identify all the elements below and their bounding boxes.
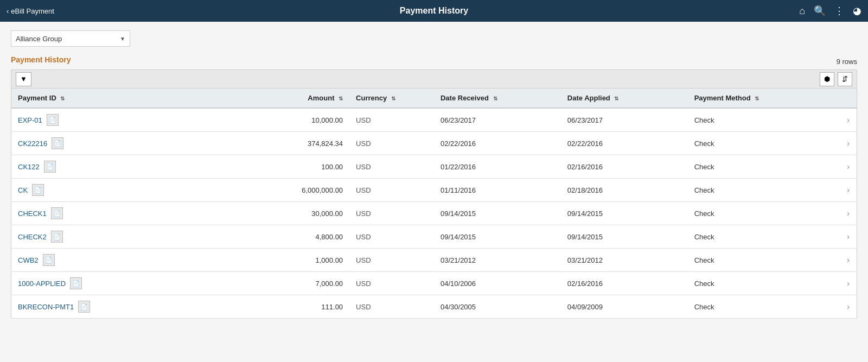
table-row: BKRECON-PMT1📄111.00USD04/30/200504/09/20… [11,295,857,319]
chevron-right-icon[interactable]: › [847,302,850,311]
table-row: CK📄6,000,000.00USD01/11/201602/18/2016Ch… [11,179,857,202]
chevron-right-icon[interactable]: › [847,162,850,171]
sort-button[interactable]: ⇵ [838,72,852,86]
amount-cell: 7,000.00 [265,272,349,295]
payment-id-link[interactable]: EXP-01 [18,116,42,124]
currency-cell: USD [349,132,434,155]
rows-count: 9 rows [837,58,857,66]
chevron-right-icon[interactable]: › [847,209,850,218]
date-applied-cell: 09/14/2015 [561,202,688,225]
date-received-cell: 09/14/2015 [434,202,561,225]
note-icon[interactable]: 📄 [52,137,63,149]
group-select-value: Alliance Group [16,35,62,43]
chevron-right-icon[interactable]: › [847,186,850,194]
payment-method-cell: Check [688,202,840,225]
amount-cell: 1,000.00 [265,249,349,272]
note-icon[interactable]: 📄 [47,114,59,126]
currency-cell: USD [349,295,434,319]
note-icon[interactable]: 📄 [78,301,90,313]
payment-id-link[interactable]: CK [18,186,28,194]
chevron-right-icon[interactable]: › [847,256,850,264]
currency-cell: USD [349,179,434,202]
note-icon[interactable]: 📄 [70,277,82,289]
amount-cell: 30,000.00 [265,202,349,225]
chevron-down-icon: ▼ [120,36,125,42]
date-applied-cell: 09/14/2015 [561,225,688,249]
group-select[interactable]: Alliance Group ▼ [11,30,130,47]
date-received-cell: 09/14/2015 [434,225,561,249]
row-action-cell: › [840,295,857,319]
col-header-payment-method: Payment Method ⇅ [688,88,840,109]
payment-id-link[interactable]: CWB2 [18,256,39,264]
sort-date-applied-icon[interactable]: ⇅ [614,96,618,101]
table-row: CWB2📄1,000.00USD03/21/201203/21/2012Chec… [11,249,857,272]
note-icon[interactable]: 📄 [43,254,55,266]
filter-button[interactable]: ▼ [16,72,31,86]
table-row: CK122📄100.00USD01/22/201602/16/2016Check… [11,155,857,179]
payment-method-cell: Check [688,155,840,179]
chevron-right-icon[interactable]: › [847,139,850,148]
payment-method-cell: Check [688,295,840,319]
col-header-amount: Amount ⇅ [265,88,349,109]
sort-amount-icon[interactable]: ⇅ [339,96,343,101]
sort-currency-icon[interactable]: ⇅ [391,96,395,101]
chevron-right-icon[interactable]: › [847,232,850,241]
sort-payment-id-icon[interactable]: ⇅ [60,96,65,101]
amount-cell: 4,800.00 [265,225,349,249]
date-applied-cell: 04/09/2009 [561,295,688,319]
currency-cell: USD [349,108,434,132]
more-icon[interactable]: ⋮ [834,5,844,17]
row-action-cell: › [840,132,857,155]
payment-id-cell: CHECK1📄 [11,202,265,225]
row-action-cell: › [840,179,857,202]
back-arrow-icon: ‹ [7,7,9,15]
payment-id-link[interactable]: CHECK2 [18,233,47,241]
payment-id-cell: CK122📄 [11,155,265,179]
payment-id-link[interactable]: BKRECON-PMT1 [18,303,74,311]
payment-id-cell: 1000-APPLIED📄 [11,272,265,295]
export-button[interactable]: ⬢ [820,72,834,86]
amount-cell: 10,000.00 [265,108,349,132]
row-action-cell: › [840,272,857,295]
app-header: ‹ eBill Payment Payment History ⌂ 🔍 ⋮ ◕ [0,0,868,22]
payment-id-link[interactable]: CK122 [18,163,40,171]
note-icon[interactable]: 📄 [51,207,63,219]
amount-cell: 374,824.34 [265,132,349,155]
row-action-cell: › [840,225,857,249]
search-icon[interactable]: 🔍 [814,5,826,17]
back-label: eBill Payment [11,7,54,15]
globe-icon[interactable]: ◕ [853,5,861,17]
toolbar-right: ⬢ ⇵ [820,72,852,86]
sort-payment-method-icon[interactable]: ⇅ [755,96,759,101]
payment-method-cell: Check [688,249,840,272]
date-applied-cell: 03/21/2012 [561,249,688,272]
note-icon[interactable]: 📄 [32,184,44,196]
date-received-cell: 04/10/2006 [434,272,561,295]
payment-id-link[interactable]: 1000-APPLIED [18,280,66,288]
chevron-right-icon[interactable]: › [847,279,850,288]
note-icon[interactable]: 📄 [44,161,56,173]
chevron-right-icon[interactable]: › [847,116,850,124]
col-header-action [840,88,857,109]
col-header-date-received: Date Received ⇅ [434,88,561,109]
back-button[interactable]: ‹ eBill Payment [7,7,54,15]
date-applied-cell: 02/16/2016 [561,272,688,295]
payment-id-link[interactable]: CHECK1 [18,209,47,218]
page-title: Payment History [400,6,468,16]
payment-id-link[interactable]: CK22216 [18,139,47,148]
main-content: Alliance Group ▼ Payment History 9 rows … [0,22,868,362]
toolbar-left: ▼ [16,72,31,86]
note-icon[interactable]: 📄 [51,231,63,243]
group-select-container: Alliance Group ▼ [11,30,857,47]
payment-method-cell: Check [688,225,840,249]
home-icon[interactable]: ⌂ [799,5,805,17]
table-row: CK22216📄374,824.34USD02/22/201602/22/201… [11,132,857,155]
row-action-cell: › [840,108,857,132]
col-header-currency: Currency ⇅ [349,88,434,109]
table-toolbar: ▼ ⬢ ⇵ [11,69,857,88]
row-action-cell: › [840,249,857,272]
sort-date-received-icon[interactable]: ⇅ [493,96,497,101]
currency-cell: USD [349,272,434,295]
col-header-payment-id: Payment ID ⇅ [11,88,265,109]
date-received-cell: 01/11/2016 [434,179,561,202]
